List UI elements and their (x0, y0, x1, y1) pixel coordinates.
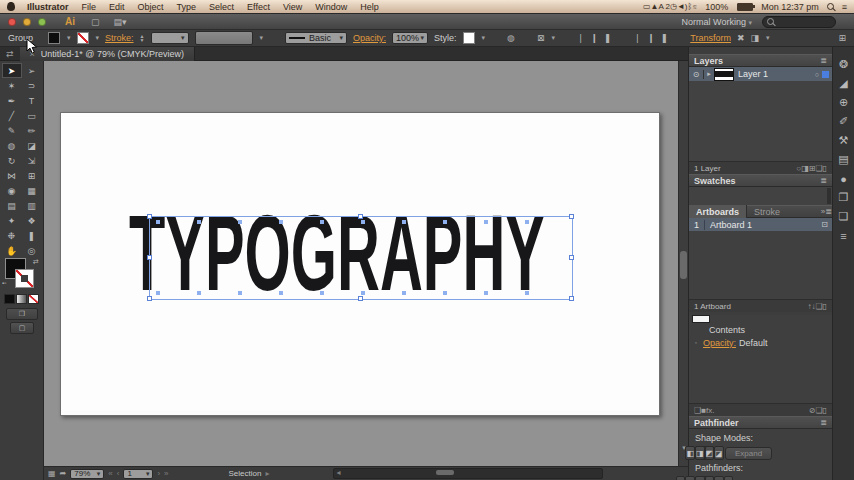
transform-link[interactable]: Transform (690, 33, 731, 43)
anchor-point[interactable] (361, 291, 365, 295)
screen-mode-button[interactable]: ▢ (10, 322, 34, 334)
input-source-icon[interactable]: A 2 (658, 2, 670, 11)
intersect-icon[interactable]: ◩ (705, 446, 715, 460)
distribute-right-icon[interactable]: ❚ (661, 33, 669, 43)
document-setup-icon[interactable]: ◍ (507, 33, 515, 43)
menu-window[interactable]: Window (315, 2, 347, 12)
direct-selection-tool[interactable]: ➢ (22, 63, 42, 78)
expand-layer-arrow[interactable]: ▸ (704, 70, 714, 78)
share-icon[interactable]: ➦ (60, 469, 67, 478)
delete-layer-icon[interactable]: ▯ (823, 164, 827, 173)
distribute-left-icon[interactable]: ❘ (634, 33, 642, 43)
menubar-clock[interactable]: Mon 12:37 pm (761, 2, 819, 12)
selection-handle[interactable] (147, 255, 152, 260)
eraser-tool[interactable]: ◪ (22, 138, 42, 153)
divide-icon[interactable]: ▣ (676, 476, 686, 480)
new-layer-icon[interactable]: ❏ (815, 164, 822, 173)
gradient-tool[interactable]: ▥ (22, 198, 42, 213)
width-tool[interactable]: ⋈ (2, 168, 22, 183)
panel-menu-icon[interactable]: ≣ (820, 56, 827, 65)
new-artboard-icon[interactable]: ❏ (815, 302, 822, 311)
status-expand-arrow[interactable]: ▸ (265, 469, 269, 478)
selection-tool[interactable]: ➤ (2, 63, 22, 78)
notification-center-icon[interactable]: ≡ (842, 2, 847, 12)
arrange-documents-icon[interactable]: ▤▾ (114, 17, 127, 27)
color-panel-icon[interactable]: ❂ (833, 55, 854, 74)
tab-artboards[interactable]: Artboards (689, 205, 747, 218)
select-similar-icon[interactable]: ⊠ (537, 33, 545, 43)
lasso-tool[interactable]: ⊃ (22, 78, 42, 93)
last-artboard-arrow[interactable]: » (164, 469, 168, 478)
none-button[interactable] (28, 294, 39, 304)
width-profile-dropdown[interactable] (195, 31, 253, 45)
anchor-point[interactable] (525, 220, 529, 224)
magic-wand-tool[interactable]: ✶ (2, 78, 22, 93)
align-center-icon[interactable]: ❙ (591, 33, 599, 43)
anchor-point[interactable] (197, 291, 201, 295)
zoom-window-button[interactable] (38, 18, 46, 26)
preview-toggle-icon[interactable]: ▦ (48, 469, 56, 478)
scroll-left-arrow[interactable]: ◂ (336, 468, 340, 477)
target-circle-icon[interactable]: ○ (815, 71, 819, 78)
transform-panel-icon[interactable]: ❏ (833, 207, 854, 226)
wifi-icon[interactable]: ≋ (692, 2, 697, 11)
proof-setup-icon[interactable]: ▢ (91, 17, 100, 27)
delete-item-icon[interactable]: ▯ (823, 406, 827, 415)
menu-object[interactable]: Object (138, 2, 164, 12)
menu-select[interactable]: Select (209, 2, 234, 12)
layer-row[interactable]: ⊙ ▸ Layer 1 ○ (689, 67, 832, 81)
close-window-button[interactable] (8, 18, 16, 26)
stroke-color-swatch[interactable] (77, 32, 89, 44)
free-transform-tool[interactable]: ⊞ (22, 168, 42, 183)
selection-handle[interactable] (358, 296, 363, 301)
panel-menu-icon[interactable]: ≣ (820, 418, 827, 427)
canvas[interactable]: TYPOGRAPHY ▾ (44, 61, 688, 466)
document-tab[interactable]: × Untitled-1* @ 79% (CMYK/Preview) (20, 47, 195, 61)
selection-color-indicator[interactable] (822, 71, 829, 78)
selection-handle[interactable] (569, 296, 574, 301)
selection-bounding-box[interactable] (149, 216, 573, 300)
stroke-weight-stepper[interactable]: ▲▼ (140, 34, 145, 42)
swatches-panel-header[interactable]: Swatches ≣ (689, 174, 832, 187)
anchor-point[interactable] (279, 291, 283, 295)
blob-brush-tool[interactable]: ◍ (2, 138, 22, 153)
artboard-row[interactable]: 1 Artboard 1 ⊡ (689, 218, 832, 231)
pencil-tool[interactable]: ✏ (22, 123, 42, 138)
stroke-panel-icon[interactable]: ≡ (833, 226, 854, 245)
color-guide-panel-icon[interactable]: ◢ (833, 74, 854, 93)
delete-artboard-icon[interactable]: ▯ (823, 302, 827, 311)
pathfinder-panel-header[interactable]: Pathfinder ≣ (689, 416, 832, 429)
anchor-point[interactable] (484, 220, 488, 224)
appearance-contents-row[interactable]: Contents (709, 325, 745, 335)
pen-tool[interactable]: ✒ (2, 93, 22, 108)
minimize-window-button[interactable] (23, 18, 31, 26)
new-effect-icon[interactable]: fx. (706, 406, 714, 415)
selection-handle[interactable] (569, 214, 574, 219)
crop-icon[interactable]: ▦ (705, 476, 715, 480)
zoom-level-field[interactable]: 79%▾ (70, 469, 104, 479)
search-input[interactable] (762, 16, 836, 28)
anchor-point[interactable] (443, 220, 447, 224)
selection-handle[interactable] (147, 214, 152, 219)
merge-icon[interactable]: ▥ (695, 476, 705, 480)
brush-definition-dropdown[interactable]: Basic▾ (285, 32, 347, 44)
panel-menu-icon[interactable]: ≣ (825, 207, 832, 216)
align-left-icon[interactable]: ❘ (577, 33, 585, 43)
symbols-panel-icon[interactable]: ⚒ (833, 131, 854, 150)
artboard-navigation-field[interactable]: 1▾ (123, 469, 153, 479)
minus-front-icon[interactable]: ◨ (695, 446, 705, 460)
anchor-point[interactable] (320, 220, 324, 224)
type-tool[interactable]: T (22, 93, 42, 108)
tab-stroke[interactable]: Stroke (747, 207, 787, 217)
unite-icon[interactable]: ◧ (685, 446, 695, 460)
appearance-panel-icon[interactable]: ● (833, 169, 854, 188)
next-artboard-arrow[interactable]: › (157, 469, 160, 478)
minus-back-icon[interactable]: ▨ (724, 476, 734, 480)
color-button[interactable] (4, 294, 15, 304)
artboard-name[interactable]: Artboard 1 (710, 220, 752, 230)
menu-view[interactable]: View (283, 2, 302, 12)
anchor-point[interactable] (402, 291, 406, 295)
anchor-point[interactable] (484, 291, 488, 295)
selection-handle[interactable] (358, 214, 363, 219)
swap-fill-stroke-icon[interactable]: ⇄ (33, 258, 39, 266)
